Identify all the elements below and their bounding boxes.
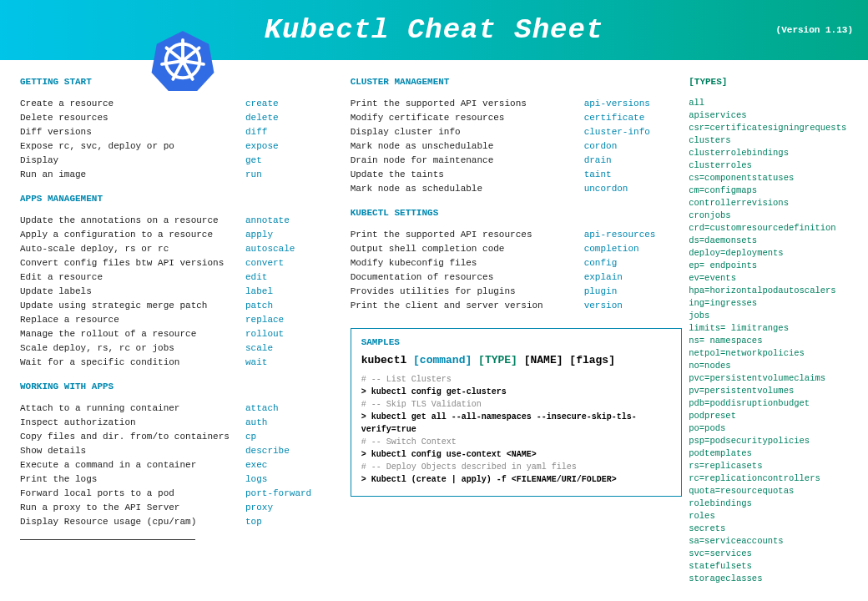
command-row: Print the supported API resourcesapi-res… <box>351 228 683 242</box>
command-row: Mark node as unschedulablecordon <box>351 139 683 154</box>
command-row: Diff versionsdiff <box>20 125 344 139</box>
command-desc: Scale deploy, rs, rc or jobs <box>20 341 245 356</box>
command-name: get <box>245 154 262 168</box>
section-title-samples: SAMPLES <box>361 337 672 347</box>
section-apps-mgmt: Update the annotations on a resourceanno… <box>20 214 344 370</box>
command-name: delete <box>245 111 279 125</box>
command-name: taint <box>584 168 612 182</box>
sample-comment: # -- Skip TLS Validation <box>361 398 672 411</box>
command-row: Display cluster infocluster-info <box>351 125 683 139</box>
type-item: sa=serviceaccounts <box>689 535 855 548</box>
command-row: Print the supported API versionsapi-vers… <box>351 97 683 111</box>
type-item: quota=resourcequotas <box>689 485 855 497</box>
type-item: ev=events <box>689 272 855 285</box>
command-name: describe <box>245 444 290 458</box>
command-name: cp <box>245 430 256 444</box>
command-desc: Update using strategic merge patch <box>20 299 245 313</box>
command-name: apply <box>245 228 273 242</box>
command-desc: Update labels <box>20 285 245 299</box>
type-item: clusters <box>689 134 855 147</box>
command-row: Print the logslogs <box>20 472 344 487</box>
sample-code: > kubectl get all --all-namespaces --ins… <box>361 411 672 436</box>
command-row: Convert config files btw API versionscon… <box>20 256 344 270</box>
command-desc: Expose rc, svc, deploy or po <box>20 139 245 154</box>
types-list: allapiservicescsr=certificatesigningrequ… <box>689 97 855 585</box>
command-row: Inspect authorizationauth <box>20 416 344 430</box>
column-right: [TYPES] allapiservicescsr=certificatesig… <box>689 77 855 585</box>
type-item: csr=certificatesigningrequests <box>689 122 855 134</box>
sample-code: > Kubectl (create | apply) -f <FILENAME/… <box>361 473 672 486</box>
command-desc: Show details <box>20 444 245 458</box>
section-getting-start: Create a resourcecreateDelete resourcesd… <box>20 97 344 182</box>
command-name: top <box>245 515 262 529</box>
type-item: cronjobs <box>689 210 855 222</box>
usage-kubectl: kubectl <box>361 354 407 366</box>
command-name: run <box>245 168 262 182</box>
command-desc: Drain node for maintenance <box>351 154 584 168</box>
kubernetes-logo-icon <box>150 28 215 93</box>
command-name: edit <box>245 270 267 285</box>
command-name: rollout <box>245 327 284 341</box>
command-row: Forward local ports to a podport-forward <box>20 487 344 501</box>
type-item: roles <box>689 510 855 523</box>
command-desc: Update the annotations on a resource <box>20 214 245 228</box>
command-row: Update the annotations on a resourceanno… <box>20 214 344 228</box>
command-row: Scale deploy, rs, rc or jobsscale <box>20 341 344 356</box>
section-title-kubectl-settings: KUBECTL SETTINGS <box>351 208 683 218</box>
command-row: Expose rc, svc, deploy or poexpose <box>20 139 344 154</box>
command-row: Provides utilities for pluginsplugin <box>351 285 683 299</box>
sample-comment: # -- Switch Context <box>361 436 672 448</box>
command-desc: Mark node as unschedulable <box>351 139 584 154</box>
type-item: po=pods <box>689 422 855 435</box>
command-name: exec <box>245 458 267 472</box>
command-desc: Modify certificate resources <box>351 111 584 125</box>
command-name: api-resources <box>584 228 656 242</box>
command-desc: Provides utilities for plugins <box>351 285 584 299</box>
column-left: GETTING START Create a resourcecreateDel… <box>20 77 344 585</box>
type-item: cm=configmaps <box>689 184 855 197</box>
command-name: diff <box>245 125 267 139</box>
section-cluster-mgmt: Print the supported API versionsapi-vers… <box>351 97 683 196</box>
usage-flags: [flags] <box>569 354 615 366</box>
command-name: annotate <box>245 214 290 228</box>
command-name: logs <box>245 472 267 487</box>
type-item: ns= namespaces <box>689 335 855 347</box>
command-name: drain <box>584 154 612 168</box>
type-item: psp=podsecuritypolicies <box>689 435 855 447</box>
command-row: Update using strategic merge patchpatch <box>20 299 344 313</box>
command-name: replace <box>245 313 284 327</box>
section-working-apps: Attach to a running containerattachInspe… <box>20 402 344 529</box>
section-title-types: [TYPES] <box>689 77 855 87</box>
section-kubectl-settings: Print the supported API resourcesapi-res… <box>351 228 683 313</box>
command-row: Update labelslabel <box>20 285 344 299</box>
usage-command: [command] <box>413 354 472 366</box>
type-item: secrets <box>689 523 855 535</box>
command-desc: Edit a resource <box>20 270 245 285</box>
command-row: Execute a command in a containerexec <box>20 458 344 472</box>
command-desc: Run a proxy to the API Server <box>20 501 245 515</box>
command-name: cluster-info <box>584 125 650 139</box>
command-desc: Wait for a specific condition <box>20 356 245 370</box>
command-desc: Create a resource <box>20 97 245 111</box>
command-desc: Modify kubeconfig files <box>351 256 584 270</box>
command-row: Drain node for maintenancedrain <box>351 154 683 168</box>
command-name: explain <box>584 270 623 285</box>
section-title-cluster-mgmt: CLUSTER MANAGEMENT <box>351 77 683 87</box>
command-row: Show detailsdescribe <box>20 444 344 458</box>
command-name: certificate <box>584 111 645 125</box>
command-desc: Update the taints <box>351 168 584 182</box>
command-row: Documentation of resourcesexplain <box>351 270 683 285</box>
type-item: all <box>689 97 855 109</box>
type-item: jobs <box>689 310 855 322</box>
command-name: label <box>245 285 273 299</box>
command-desc: Output shell completion code <box>351 242 584 256</box>
type-item: apiservices <box>689 109 855 122</box>
command-desc: Mark node as schedulable <box>351 182 584 196</box>
command-desc: Auto-scale deploy, rs or rc <box>20 242 245 256</box>
command-name: attach <box>245 402 279 416</box>
type-item: storageclasses <box>689 573 855 585</box>
section-title-working-apps: WORKING WITH APPS <box>20 381 344 391</box>
usage-type: [TYPE] <box>478 354 517 366</box>
content-area: GETTING START Create a resourcecreateDel… <box>0 60 868 593</box>
command-name: plugin <box>584 285 618 299</box>
